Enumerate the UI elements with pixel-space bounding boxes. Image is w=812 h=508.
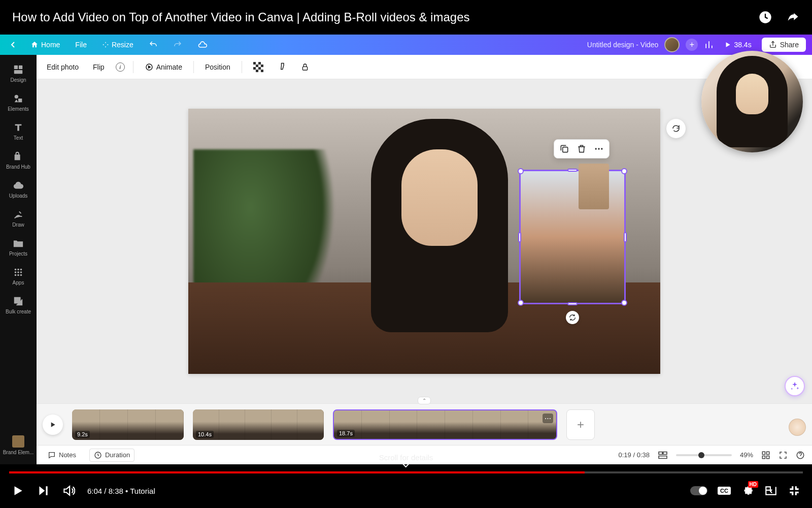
youtube-title-bar: How to Add Video on Top of Another Video…	[0, 0, 812, 35]
more-icon[interactable]	[594, 144, 604, 154]
sidebar-elements[interactable]: Elements	[0, 88, 37, 117]
info-icon[interactable]: i	[116, 62, 125, 72]
svg-rect-26	[563, 147, 568, 152]
svg-rect-32	[663, 452, 667, 454]
svg-rect-17	[253, 62, 256, 65]
yt-autoplay-toggle[interactable]	[690, 486, 707, 495]
copy-style-icon[interactable]	[275, 60, 290, 74]
narrator-webcam-overlay	[701, 51, 803, 152]
help-icon[interactable]	[796, 451, 805, 460]
preview-play-button[interactable]: 38.4s	[720, 38, 755, 52]
transparency-icon[interactable]	[250, 60, 266, 74]
youtube-controls: 6:04 / 8:38 • Tutorial CC HD	[0, 473, 812, 508]
resize-menu[interactable]: Resize	[98, 38, 138, 52]
yt-theater-icon[interactable]	[764, 484, 777, 497]
svg-point-27	[595, 148, 597, 149]
duplicate-icon[interactable]	[559, 144, 569, 154]
yt-volume-icon[interactable]	[62, 484, 75, 497]
sidebar-text[interactable]: Text	[0, 117, 37, 146]
view-mode-icon[interactable]	[658, 451, 668, 459]
canva-sidebar: Design Elements Text Brand Hub Uploads D…	[0, 55, 37, 464]
svg-point-9	[15, 271, 17, 273]
share-icon[interactable]	[786, 10, 800, 24]
canvas-workspace[interactable]	[37, 79, 812, 403]
svg-rect-1	[14, 66, 18, 69]
yt-fullscreen-exit-icon[interactable]	[788, 484, 801, 497]
svg-point-4	[15, 95, 18, 99]
refresh-canvas-button[interactable]	[666, 119, 686, 138]
resize-handle-top[interactable]	[567, 169, 578, 172]
sidebar-design[interactable]: Design	[0, 59, 37, 88]
fullscreen-icon[interactable]	[779, 451, 788, 460]
yt-cc-button[interactable]: CC	[718, 487, 731, 495]
timeline-collapse-button[interactable]: ⌃	[418, 397, 431, 404]
user-avatar[interactable]	[664, 37, 680, 52]
cloud-sync-icon[interactable]	[193, 37, 212, 53]
timeline-clip-2[interactable]: 10.4s	[193, 409, 324, 440]
back-button[interactable]	[6, 38, 19, 51]
share-button[interactable]: Share	[762, 38, 806, 52]
redo-button[interactable]	[169, 37, 186, 52]
svg-point-28	[598, 148, 599, 149]
add-page-button[interactable]: +	[566, 409, 595, 440]
svg-point-12	[15, 274, 17, 276]
animate-button[interactable]: Animate	[142, 60, 185, 74]
svg-point-6	[15, 269, 17, 271]
home-button[interactable]: Home	[26, 38, 64, 52]
scroll-for-details: Scroll for details	[379, 453, 433, 468]
duration-button[interactable]: Duration	[89, 449, 134, 462]
sidebar-draw[interactable]: Draw	[0, 204, 37, 233]
svg-rect-35	[767, 452, 769, 454]
sidebar-brand-hub[interactable]: Brand Hub	[0, 146, 37, 175]
file-menu[interactable]: File	[71, 38, 91, 52]
timeline-clip-1[interactable]: 9.2s	[72, 409, 184, 440]
canva-top-bar: Home File Resize Untitled design - Video…	[0, 35, 812, 55]
analytics-icon[interactable]	[704, 40, 714, 50]
svg-rect-22	[258, 67, 261, 70]
channel-watermark[interactable]	[789, 419, 806, 436]
sidebar-brand-elements[interactable]: Brand Elem...	[0, 430, 37, 460]
svg-rect-2	[19, 66, 22, 69]
delete-icon[interactable]	[577, 144, 587, 154]
svg-rect-21	[253, 67, 256, 70]
sidebar-uploads[interactable]: Uploads	[0, 175, 37, 204]
svg-rect-23	[256, 70, 258, 72]
sidebar-apps[interactable]: Apps	[0, 262, 37, 291]
clip-menu-icon[interactable]: ⋯	[543, 414, 553, 423]
sidebar-projects[interactable]: Projects	[0, 233, 37, 262]
rotate-handle[interactable]	[566, 311, 579, 324]
resize-handle-bottom[interactable]	[567, 302, 578, 305]
resize-handle-bl[interactable]	[518, 300, 524, 306]
document-title[interactable]: Untitled design - Video	[587, 41, 659, 49]
lock-icon[interactable]	[298, 60, 312, 74]
resize-handle-tl[interactable]	[518, 168, 524, 174]
resize-handle-tr[interactable]	[621, 168, 627, 174]
sidebar-bulk-create[interactable]: Bulk create	[0, 291, 37, 320]
undo-button[interactable]	[145, 37, 162, 52]
selection-toolbar	[554, 139, 610, 158]
video-timeline[interactable]: ⌃ 9.2s 10.4s Page 3 18.7s ⋯ +	[37, 403, 812, 445]
zoom-percent[interactable]: 49%	[740, 451, 753, 459]
edit-photo-button[interactable]: Edit photo	[44, 61, 82, 73]
magic-ai-button[interactable]	[785, 376, 805, 396]
selected-overlay-image[interactable]	[519, 170, 626, 304]
svg-rect-37	[767, 456, 769, 458]
yt-play-icon[interactable]	[11, 484, 24, 497]
position-button[interactable]: Position	[202, 61, 233, 73]
timeline-play-button[interactable]	[43, 415, 63, 435]
video-canvas[interactable]	[188, 109, 660, 374]
zoom-slider[interactable]	[676, 454, 732, 456]
timeline-clip-3[interactable]: Page 3 18.7s ⋯	[333, 409, 557, 440]
resize-handle-right[interactable]	[624, 232, 627, 242]
add-collaborator-button[interactable]: +	[686, 39, 698, 51]
svg-point-14	[20, 274, 22, 276]
watch-later-icon[interactable]	[758, 10, 772, 24]
resize-handle-left[interactable]	[518, 232, 521, 242]
notes-button[interactable]: Notes	[44, 449, 80, 461]
yt-next-icon[interactable]	[37, 484, 50, 497]
yt-settings-icon[interactable]: HD	[741, 483, 754, 498]
resize-handle-br[interactable]	[621, 300, 627, 306]
youtube-scrubber[interactable]: Scroll for details	[0, 464, 812, 473]
grid-view-icon[interactable]	[761, 451, 770, 460]
flip-button[interactable]: Flip	[90, 61, 108, 73]
